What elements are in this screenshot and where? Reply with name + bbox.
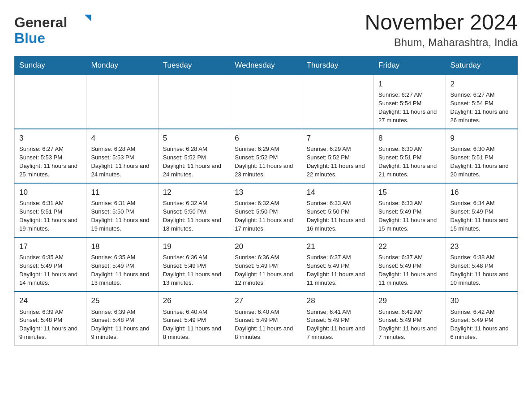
calendar-cell: 30Sunrise: 6:42 AMSunset: 5:49 PMDayligh… xyxy=(446,291,517,346)
calendar-cell: 4Sunrise: 6:28 AMSunset: 5:53 PMDaylight… xyxy=(86,129,158,183)
day-number: 8 xyxy=(378,133,441,144)
calendar-cell: 3Sunrise: 6:27 AMSunset: 5:53 PMDaylight… xyxy=(15,129,86,183)
calendar-cell: 13Sunrise: 6:32 AMSunset: 5:50 PMDayligh… xyxy=(230,183,302,237)
logo-svg: General Blue xyxy=(14,11,95,47)
calendar-week-5: 24Sunrise: 6:39 AMSunset: 5:48 PMDayligh… xyxy=(15,291,518,346)
day-info: Sunrise: 6:29 AMSunset: 5:52 PMDaylight:… xyxy=(235,145,297,179)
day-number: 30 xyxy=(450,295,513,307)
day-header-monday: Monday xyxy=(86,56,158,75)
calendar-week-2: 3Sunrise: 6:27 AMSunset: 5:53 PMDaylight… xyxy=(15,129,518,183)
calendar-cell: 14Sunrise: 6:33 AMSunset: 5:50 PMDayligh… xyxy=(302,183,373,237)
calendar-week-3: 10Sunrise: 6:31 AMSunset: 5:51 PMDayligh… xyxy=(15,183,518,237)
calendar-week-4: 17Sunrise: 6:35 AMSunset: 5:49 PMDayligh… xyxy=(15,237,518,291)
day-info: Sunrise: 6:35 AMSunset: 5:49 PMDaylight:… xyxy=(91,253,153,287)
day-info: Sunrise: 6:27 AMSunset: 5:54 PMDaylight:… xyxy=(378,91,441,124)
days-header-row: SundayMondayTuesdayWednesdayThursdayFrid… xyxy=(15,56,518,75)
day-header-friday: Friday xyxy=(374,56,446,75)
day-info: Sunrise: 6:32 AMSunset: 5:50 PMDaylight:… xyxy=(163,199,225,233)
day-info: Sunrise: 6:39 AMSunset: 5:48 PMDaylight:… xyxy=(91,308,153,342)
day-info: Sunrise: 6:37 AMSunset: 5:49 PMDaylight:… xyxy=(378,253,441,287)
day-info: Sunrise: 6:29 AMSunset: 5:52 PMDaylight:… xyxy=(307,145,369,179)
month-title: November 2024 xyxy=(365,11,518,34)
day-info: Sunrise: 6:30 AMSunset: 5:51 PMDaylight:… xyxy=(378,145,441,179)
day-info: Sunrise: 6:28 AMSunset: 5:53 PMDaylight:… xyxy=(91,145,153,179)
day-number: 12 xyxy=(163,187,225,198)
logo: General Blue xyxy=(14,11,95,47)
day-number: 10 xyxy=(19,187,82,198)
day-number: 24 xyxy=(19,295,82,307)
calendar-cell: 12Sunrise: 6:32 AMSunset: 5:50 PMDayligh… xyxy=(158,183,230,237)
day-number: 3 xyxy=(19,133,82,144)
day-header-tuesday: Tuesday xyxy=(158,56,230,75)
day-number: 26 xyxy=(163,295,225,307)
day-number: 11 xyxy=(91,187,153,198)
day-info: Sunrise: 6:34 AMSunset: 5:49 PMDaylight:… xyxy=(450,199,513,233)
calendar-cell: 18Sunrise: 6:35 AMSunset: 5:49 PMDayligh… xyxy=(86,237,158,291)
day-info: Sunrise: 6:36 AMSunset: 5:49 PMDaylight:… xyxy=(163,253,225,287)
day-info: Sunrise: 6:31 AMSunset: 5:50 PMDaylight:… xyxy=(91,199,153,233)
calendar-cell: 6Sunrise: 6:29 AMSunset: 5:52 PMDaylight… xyxy=(230,129,302,183)
day-info: Sunrise: 6:27 AMSunset: 5:54 PMDaylight:… xyxy=(450,91,513,124)
day-number: 16 xyxy=(450,187,513,198)
day-info: Sunrise: 6:40 AMSunset: 5:49 PMDaylight:… xyxy=(235,308,297,342)
day-number: 4 xyxy=(91,133,153,144)
day-number: 23 xyxy=(450,241,513,253)
day-number: 20 xyxy=(235,241,297,253)
calendar-cell: 22Sunrise: 6:37 AMSunset: 5:49 PMDayligh… xyxy=(374,237,446,291)
calendar-body: 1Sunrise: 6:27 AMSunset: 5:54 PMDaylight… xyxy=(15,75,518,346)
day-info: Sunrise: 6:28 AMSunset: 5:52 PMDaylight:… xyxy=(163,145,225,179)
calendar-cell: 11Sunrise: 6:31 AMSunset: 5:50 PMDayligh… xyxy=(86,183,158,237)
calendar-cell: 29Sunrise: 6:42 AMSunset: 5:49 PMDayligh… xyxy=(374,291,446,346)
day-number: 13 xyxy=(235,187,297,198)
day-info: Sunrise: 6:42 AMSunset: 5:49 PMDaylight:… xyxy=(450,308,513,342)
day-number: 19 xyxy=(163,241,225,253)
calendar-cell: 27Sunrise: 6:40 AMSunset: 5:49 PMDayligh… xyxy=(230,291,302,346)
calendar-cell: 8Sunrise: 6:30 AMSunset: 5:51 PMDaylight… xyxy=(374,129,446,183)
day-info: Sunrise: 6:36 AMSunset: 5:49 PMDaylight:… xyxy=(235,253,297,287)
location-title: Bhum, Maharashtra, India xyxy=(365,36,518,49)
day-number: 28 xyxy=(307,295,369,307)
day-header-thursday: Thursday xyxy=(302,56,373,75)
day-number: 22 xyxy=(378,241,441,253)
day-info: Sunrise: 6:38 AMSunset: 5:48 PMDaylight:… xyxy=(450,253,513,287)
day-header-wednesday: Wednesday xyxy=(230,56,302,75)
day-info: Sunrise: 6:40 AMSunset: 5:49 PMDaylight:… xyxy=(163,308,225,342)
day-info: Sunrise: 6:41 AMSunset: 5:49 PMDaylight:… xyxy=(307,308,369,342)
calendar-cell: 7Sunrise: 6:29 AMSunset: 5:52 PMDaylight… xyxy=(302,129,373,183)
day-number: 27 xyxy=(235,295,297,307)
day-number: 5 xyxy=(163,133,225,144)
title-section: November 2024 Bhum, Maharashtra, India xyxy=(365,11,518,49)
day-info: Sunrise: 6:33 AMSunset: 5:50 PMDaylight:… xyxy=(307,199,369,233)
day-number: 7 xyxy=(307,133,369,144)
calendar-cell xyxy=(158,75,230,129)
day-number: 2 xyxy=(450,79,513,90)
calendar-cell xyxy=(302,75,373,129)
calendar-cell: 24Sunrise: 6:39 AMSunset: 5:48 PMDayligh… xyxy=(15,291,86,346)
day-info: Sunrise: 6:42 AMSunset: 5:49 PMDaylight:… xyxy=(378,308,441,342)
svg-text:Blue: Blue xyxy=(14,30,45,46)
calendar-cell: 19Sunrise: 6:36 AMSunset: 5:49 PMDayligh… xyxy=(158,237,230,291)
calendar-cell xyxy=(230,75,302,129)
svg-text:General: General xyxy=(14,14,67,30)
day-number: 25 xyxy=(91,295,153,307)
svg-marker-1 xyxy=(85,15,91,21)
calendar-cell: 16Sunrise: 6:34 AMSunset: 5:49 PMDayligh… xyxy=(446,183,517,237)
calendar-cell: 21Sunrise: 6:37 AMSunset: 5:49 PMDayligh… xyxy=(302,237,373,291)
day-number: 15 xyxy=(378,187,441,198)
calendar-table: SundayMondayTuesdayWednesdayThursdayFrid… xyxy=(14,56,518,346)
calendar-cell: 25Sunrise: 6:39 AMSunset: 5:48 PMDayligh… xyxy=(86,291,158,346)
day-info: Sunrise: 6:35 AMSunset: 5:49 PMDaylight:… xyxy=(19,253,82,287)
calendar-cell xyxy=(15,75,86,129)
calendar-cell: 5Sunrise: 6:28 AMSunset: 5:52 PMDaylight… xyxy=(158,129,230,183)
day-info: Sunrise: 6:27 AMSunset: 5:53 PMDaylight:… xyxy=(19,145,82,179)
calendar-cell: 2Sunrise: 6:27 AMSunset: 5:54 PMDaylight… xyxy=(446,75,517,129)
calendar-header: SundayMondayTuesdayWednesdayThursdayFrid… xyxy=(15,56,518,75)
day-number: 1 xyxy=(378,79,441,90)
calendar-cell: 1Sunrise: 6:27 AMSunset: 5:54 PMDaylight… xyxy=(374,75,446,129)
day-number: 21 xyxy=(307,241,369,253)
day-info: Sunrise: 6:33 AMSunset: 5:49 PMDaylight:… xyxy=(378,199,441,233)
day-header-sunday: Sunday xyxy=(15,56,86,75)
day-info: Sunrise: 6:37 AMSunset: 5:49 PMDaylight:… xyxy=(307,253,369,287)
calendar-cell: 28Sunrise: 6:41 AMSunset: 5:49 PMDayligh… xyxy=(302,291,373,346)
day-number: 17 xyxy=(19,241,82,253)
